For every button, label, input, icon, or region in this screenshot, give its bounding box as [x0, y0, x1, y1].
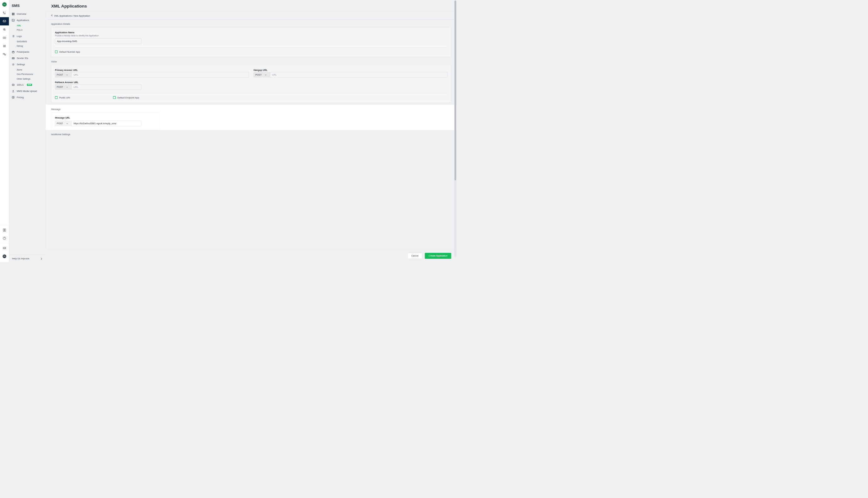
- main-area: XML Applications XML Applications / New …: [45, 0, 457, 262]
- svg-rect-11: [5, 54, 6, 55]
- nav-other-icon[interactable]: [0, 50, 9, 58]
- nav-account-badge[interactable]: NS: [0, 252, 9, 260]
- checkbox-label-public-uri: Public URI: [59, 96, 70, 99]
- dollar-icon: [12, 96, 14, 99]
- sidebar-sub-phlo[interactable]: PHLO: [9, 28, 45, 32]
- hangup-url-input[interactable]: [270, 72, 447, 77]
- sidebar-sub-smsmms[interactable]: SMS/MMS: [9, 39, 45, 43]
- card-message: Message URL POST: [51, 113, 159, 130]
- gear-icon: [12, 63, 14, 66]
- svg-rect-16: [13, 13, 14, 14]
- svg-point-3: [3, 5, 4, 5]
- page-title: XML Applications: [51, 4, 451, 9]
- package-icon: [12, 51, 14, 53]
- svg-point-14: [5, 248, 5, 248]
- message-url-input[interactable]: [71, 121, 142, 127]
- nav-billing-icon[interactable]: [0, 244, 9, 252]
- nav-sms-icon[interactable]: [0, 17, 9, 25]
- message-method-select[interactable]: POST: [55, 121, 71, 127]
- checkbox-label-default-number-app: Default Number App: [59, 51, 80, 53]
- svg-text:123: 123: [13, 84, 14, 86]
- svg-rect-18: [13, 14, 14, 15]
- sidebar-item-logs[interactable]: Logs: [9, 33, 45, 39]
- chevron-down-icon: [66, 122, 68, 124]
- nav-voice-icon[interactable]: [0, 9, 9, 17]
- breadcrumb: XML Applications / New Application: [45, 12, 457, 19]
- app-name-hint: Provide a friendly name to identify this…: [55, 35, 447, 37]
- fallback-method-select[interactable]: POST: [55, 84, 71, 90]
- number-icon: 123: [12, 83, 14, 86]
- svg-point-5: [4, 4, 5, 5]
- primary-answer-url-input[interactable]: [71, 72, 249, 77]
- form-footer: Cancel Create Application: [45, 249, 457, 262]
- fallback-answer-url-label: Fallback Answer URL: [55, 81, 142, 83]
- sidebar-item-mms-upload[interactable]: MMS Media Upload: [9, 88, 45, 94]
- svg-point-23: [13, 64, 14, 65]
- sidebar-item-powerpacks[interactable]: Powerpacks: [9, 49, 45, 55]
- help-us-improve[interactable]: Help Us Improve ❯: [9, 255, 45, 262]
- sidebar-sub-other[interactable]: Other Settings: [9, 77, 45, 81]
- checkbox-default-number-app[interactable]: [55, 51, 57, 53]
- svg-point-22: [13, 58, 13, 58]
- svg-rect-19: [12, 19, 14, 21]
- chevron-down-icon: [66, 74, 68, 76]
- sidebar-item-senderids[interactable]: Sender IDs: [9, 55, 45, 62]
- nav-numbers-icon[interactable]: [0, 42, 9, 50]
- sidebar-item-10dlc[interactable]: 123 10DLC NEW: [9, 82, 45, 88]
- sidebar-sub-xml[interactable]: XML: [9, 24, 45, 28]
- app-name-label: Application Name: [55, 31, 447, 34]
- checkbox-label-default-endpoint-app: Default Endpoint App: [117, 96, 139, 99]
- sidebar-title: SMS: [9, 0, 45, 11]
- section-application-details: Application Details: [51, 23, 451, 25]
- list-icon: [12, 35, 14, 38]
- fallback-url-input[interactable]: [71, 84, 142, 90]
- primary-answer-url-label: Primary Answer URL: [55, 69, 249, 71]
- svg-rect-20: [12, 51, 14, 53]
- checkbox-public-uri[interactable]: [55, 96, 57, 99]
- back-chevron-icon[interactable]: [51, 14, 53, 17]
- section-message: Message: [51, 105, 159, 113]
- scrollbar-thumb[interactable]: [455, 1, 456, 180]
- form-content: Application Details Application Name Pro…: [45, 19, 457, 262]
- sidebar-item-overview[interactable]: Overview: [9, 11, 45, 17]
- sidebar-item-pricing[interactable]: Pricing: [9, 94, 45, 101]
- nav-lookup-icon[interactable]: [0, 25, 9, 34]
- svg-rect-17: [12, 14, 13, 15]
- cancel-button[interactable]: Cancel: [407, 253, 422, 259]
- nav-sip-icon[interactable]: SIP: [0, 34, 9, 42]
- dashboard-icon: [12, 13, 14, 15]
- create-application-button[interactable]: Create Application: [425, 253, 451, 259]
- svg-rect-10: [3, 53, 4, 54]
- sidebar-sub-alerts[interactable]: Alerts: [9, 68, 45, 72]
- card-voice: Primary Answer URL POST Hangup URL: [51, 65, 451, 103]
- scrollbar[interactable]: [454, 0, 456, 257]
- sidebar-sub-debug[interactable]: Debug: [9, 43, 45, 48]
- hangup-method-select[interactable]: POST: [253, 72, 270, 77]
- nav-docs-icon[interactable]: [0, 226, 9, 234]
- hangup-url-label: Hangup URL: [253, 69, 447, 71]
- svg-rect-6: [3, 21, 6, 22]
- sidebar-item-applications[interactable]: Applications: [9, 17, 45, 24]
- chevron-down-icon: [265, 74, 266, 76]
- card-app-details: Application Name Provide a friendly name…: [51, 27, 451, 57]
- chevron-right-icon: ❯: [40, 257, 42, 260]
- svg-text:SIP: SIP: [4, 37, 5, 39]
- primary-answer-method-select[interactable]: POST: [55, 72, 71, 77]
- terminal-icon: [12, 19, 14, 22]
- sidebar: SMS Overview Applications XML PHLO Logs …: [9, 0, 45, 262]
- section-voice: Voice: [51, 60, 451, 63]
- sidebar-item-settings[interactable]: Settings: [9, 62, 45, 68]
- nav-help-icon[interactable]: [0, 234, 9, 243]
- app-name-input[interactable]: [55, 39, 142, 44]
- message-url-label: Message URL: [55, 116, 142, 119]
- checkbox-default-endpoint-app[interactable]: [113, 96, 116, 99]
- breadcrumb-text[interactable]: XML Applications / New Application: [54, 14, 90, 17]
- section-additional-settings: Additional Settings: [51, 133, 451, 135]
- sidebar-sub-geo[interactable]: Geo Permissions: [9, 72, 45, 77]
- brand-logo-icon[interactable]: [2, 2, 7, 7]
- chevron-down-icon: [66, 86, 68, 88]
- id-icon: [12, 57, 14, 60]
- page-header: XML Applications: [45, 0, 457, 12]
- svg-point-1: [3, 4, 4, 4]
- svg-point-4: [5, 5, 6, 5]
